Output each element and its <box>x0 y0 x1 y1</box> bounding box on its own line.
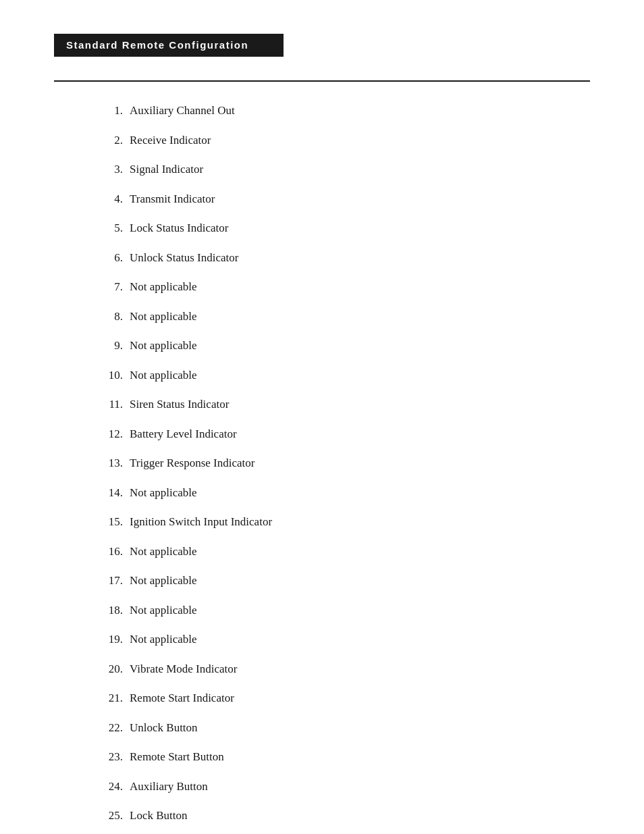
header-title: Standard Remote Configuration <box>66 39 248 51</box>
list-item: 23.Remote Start Button <box>95 748 590 766</box>
list-item: 7.Not applicable <box>95 278 590 296</box>
list-item: 20.Vibrate Mode Indicator <box>95 660 590 678</box>
item-number: 5. <box>95 219 123 237</box>
item-number: 11. <box>95 396 123 413</box>
item-number: 4. <box>95 190 123 208</box>
header-divider <box>54 80 590 82</box>
list-item: 17.Not applicable <box>95 572 590 590</box>
item-number: 24. <box>95 778 123 796</box>
item-number: 21. <box>95 689 123 707</box>
list-item: 9.Not applicable <box>95 337 590 355</box>
item-number: 15. <box>95 513 123 531</box>
content-list: 1.Auxiliary Channel Out2.Receive Indicat… <box>54 102 590 825</box>
item-number: 9. <box>95 337 123 355</box>
list-item: 14.Not applicable <box>95 484 590 502</box>
item-text: Remote Start Indicator <box>130 689 234 707</box>
item-number: 14. <box>95 484 123 502</box>
item-number: 25. <box>95 807 123 825</box>
item-text: Unlock Button <box>130 719 198 737</box>
item-number: 1. <box>95 102 123 120</box>
item-number: 17. <box>95 572 123 590</box>
item-text: Receive Indicator <box>130 132 211 149</box>
list-item: 12.Battery Level Indicator <box>95 425 590 443</box>
page: Standard Remote Configuration 1.Auxiliar… <box>0 0 644 834</box>
item-number: 23. <box>95 748 123 766</box>
list-item: 19.Not applicable <box>95 631 590 648</box>
list-item: 4.Transmit Indicator <box>95 190 590 208</box>
item-text: Vibrate Mode Indicator <box>130 660 237 678</box>
item-text: Not applicable <box>130 367 197 384</box>
item-text: Lock Status Indicator <box>130 219 228 237</box>
item-number: 2. <box>95 132 123 149</box>
item-text: Lock Button <box>130 807 187 825</box>
item-text: Not applicable <box>130 602 197 619</box>
item-text: Not applicable <box>130 308 197 325</box>
list-item: 21.Remote Start Indicator <box>95 689 590 707</box>
list-item: 2.Receive Indicator <box>95 132 590 149</box>
list-item: 24.Auxiliary Button <box>95 778 590 796</box>
item-text: Not applicable <box>130 572 197 590</box>
item-text: Not applicable <box>130 278 197 296</box>
item-text: Trigger Response Indicator <box>130 454 254 472</box>
item-text: Battery Level Indicator <box>130 425 237 443</box>
list-item: 11.Siren Status Indicator <box>95 396 590 413</box>
list-item: 8.Not applicable <box>95 308 590 325</box>
item-number: 20. <box>95 660 123 678</box>
item-number: 6. <box>95 249 123 267</box>
list-item: 1.Auxiliary Channel Out <box>95 102 590 120</box>
item-text: Remote Start Button <box>130 748 224 766</box>
list-item: 22.Unlock Button <box>95 719 590 737</box>
item-text: Auxiliary Channel Out <box>130 102 235 120</box>
list-item: 5.Lock Status Indicator <box>95 219 590 237</box>
item-text: Unlock Status Indicator <box>130 249 238 267</box>
item-number: 13. <box>95 454 123 472</box>
list-item: 6.Unlock Status Indicator <box>95 249 590 267</box>
item-number: 19. <box>95 631 123 648</box>
item-text: Not applicable <box>130 337 197 355</box>
list-item: 10.Not applicable <box>95 367 590 384</box>
item-text: Signal Indicator <box>130 161 203 178</box>
list-item: 13.Trigger Response Indicator <box>95 454 590 472</box>
item-text: Transmit Indicator <box>130 190 215 208</box>
header-bar: Standard Remote Configuration <box>54 34 284 57</box>
item-number: 12. <box>95 425 123 443</box>
item-number: 3. <box>95 161 123 178</box>
item-number: 8. <box>95 308 123 325</box>
item-text: Not applicable <box>130 484 197 502</box>
item-text: Ignition Switch Input Indicator <box>130 513 272 531</box>
item-text: Siren Status Indicator <box>130 396 229 413</box>
item-number: 7. <box>95 278 123 296</box>
item-text: Not applicable <box>130 631 197 648</box>
list-item: 3.Signal Indicator <box>95 161 590 178</box>
item-number: 22. <box>95 719 123 737</box>
list-item: 15.Ignition Switch Input Indicator <box>95 513 590 531</box>
item-text: Auxiliary Button <box>130 778 208 796</box>
list-item: 25.Lock Button <box>95 807 590 825</box>
list-item: 16.Not applicable <box>95 543 590 561</box>
item-number: 10. <box>95 367 123 384</box>
item-number: 16. <box>95 543 123 561</box>
item-number: 18. <box>95 602 123 619</box>
list-item: 18.Not applicable <box>95 602 590 619</box>
item-text: Not applicable <box>130 543 197 561</box>
